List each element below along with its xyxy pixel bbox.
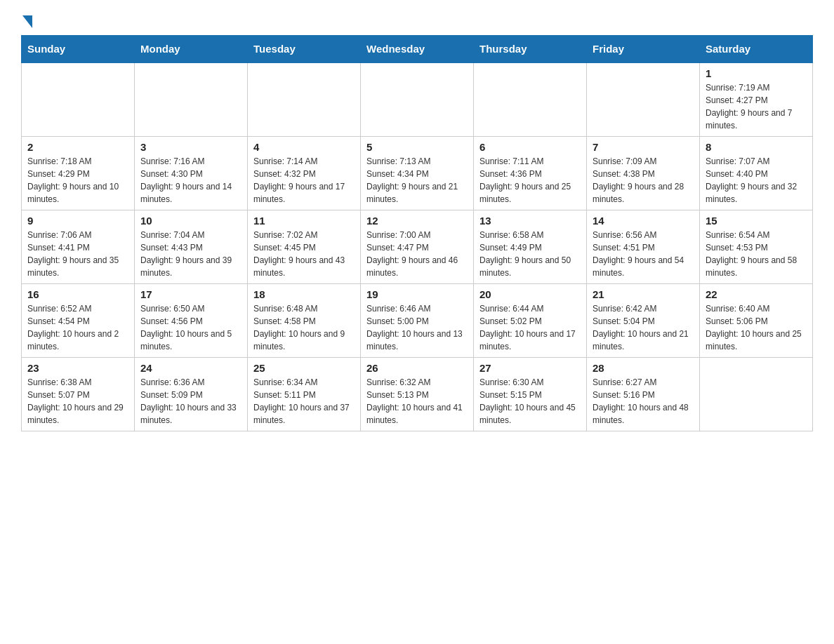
day-of-week-header: Monday: [135, 36, 248, 63]
day-number: 23: [27, 362, 128, 374]
day-number: 27: [479, 362, 581, 374]
calendar-week-row: 23Sunrise: 6:38 AMSunset: 5:07 PMDayligh…: [22, 358, 813, 431]
calendar-day-cell: [587, 62, 700, 137]
day-number: 22: [706, 288, 807, 300]
day-info: Sunrise: 7:16 AMSunset: 4:30 PMDaylight:…: [140, 155, 241, 206]
day-info: Sunrise: 6:27 AMSunset: 5:16 PMDaylight:…: [593, 376, 694, 427]
day-number: 16: [27, 288, 128, 300]
calendar-day-cell: 5Sunrise: 7:13 AMSunset: 4:34 PMDaylight…: [361, 137, 474, 210]
calendar-day-cell: 8Sunrise: 7:07 AMSunset: 4:40 PMDaylight…: [700, 137, 813, 210]
calendar-day-cell: 11Sunrise: 7:02 AMSunset: 4:45 PMDayligh…: [248, 210, 361, 284]
logo-triangle-icon: [22, 15, 32, 28]
page-header: [21, 14, 813, 28]
day-info: Sunrise: 7:18 AMSunset: 4:29 PMDaylight:…: [27, 155, 128, 206]
day-number: 19: [366, 288, 468, 300]
calendar-day-cell: 4Sunrise: 7:14 AMSunset: 4:32 PMDaylight…: [248, 137, 361, 210]
day-info: Sunrise: 6:52 AMSunset: 4:54 PMDaylight:…: [27, 302, 128, 353]
day-number: 4: [253, 141, 355, 153]
day-info: Sunrise: 6:54 AMSunset: 4:53 PMDaylight:…: [706, 229, 807, 279]
day-number: 8: [706, 141, 807, 153]
day-number: 5: [366, 141, 468, 153]
day-info: Sunrise: 7:06 AMSunset: 4:41 PMDaylight:…: [27, 229, 128, 279]
day-number: 7: [593, 141, 694, 153]
day-of-week-header: Friday: [587, 36, 700, 63]
day-of-week-header: Saturday: [700, 36, 813, 63]
calendar-week-row: 1Sunrise: 7:19 AMSunset: 4:27 PMDaylight…: [22, 62, 813, 137]
day-info: Sunrise: 6:50 AMSunset: 4:56 PMDaylight:…: [140, 302, 241, 353]
calendar-day-cell: [474, 62, 587, 137]
calendar-day-cell: [361, 62, 474, 137]
day-info: Sunrise: 7:04 AMSunset: 4:43 PMDaylight:…: [140, 229, 241, 279]
calendar-day-cell: 16Sunrise: 6:52 AMSunset: 4:54 PMDayligh…: [22, 284, 135, 358]
day-info: Sunrise: 7:13 AMSunset: 4:34 PMDaylight:…: [366, 155, 468, 206]
calendar-body: 1Sunrise: 7:19 AMSunset: 4:27 PMDaylight…: [22, 62, 813, 431]
calendar-day-cell: 3Sunrise: 7:16 AMSunset: 4:30 PMDaylight…: [135, 137, 248, 210]
day-number: 9: [27, 215, 128, 227]
calendar-day-cell: 12Sunrise: 7:00 AMSunset: 4:47 PMDayligh…: [361, 210, 474, 284]
day-number: 12: [366, 215, 468, 227]
calendar-day-cell: 22Sunrise: 6:40 AMSunset: 5:06 PMDayligh…: [700, 284, 813, 358]
calendar-day-cell: 10Sunrise: 7:04 AMSunset: 4:43 PMDayligh…: [135, 210, 248, 284]
calendar-day-cell: 17Sunrise: 6:50 AMSunset: 4:56 PMDayligh…: [135, 284, 248, 358]
day-number: 17: [140, 288, 241, 300]
day-number: 1: [706, 67, 807, 79]
calendar-day-cell: 14Sunrise: 6:56 AMSunset: 4:51 PMDayligh…: [587, 210, 700, 284]
day-number: 21: [593, 288, 694, 300]
calendar-day-cell: [135, 62, 248, 137]
calendar-day-cell: 18Sunrise: 6:48 AMSunset: 4:58 PMDayligh…: [248, 284, 361, 358]
days-of-week-row: SundayMondayTuesdayWednesdayThursdayFrid…: [22, 36, 813, 63]
day-info: Sunrise: 7:19 AMSunset: 4:27 PMDaylight:…: [706, 81, 807, 132]
day-info: Sunrise: 6:44 AMSunset: 5:02 PMDaylight:…: [479, 302, 581, 353]
calendar-day-cell: 26Sunrise: 6:32 AMSunset: 5:13 PMDayligh…: [361, 358, 474, 431]
day-info: Sunrise: 7:02 AMSunset: 4:45 PMDaylight:…: [253, 229, 355, 279]
day-number: 10: [140, 215, 241, 227]
day-number: 18: [253, 288, 355, 300]
day-info: Sunrise: 6:30 AMSunset: 5:15 PMDaylight:…: [479, 376, 581, 427]
day-number: 14: [593, 215, 694, 227]
calendar-day-cell: [22, 62, 135, 137]
day-of-week-header: Thursday: [474, 36, 587, 63]
day-info: Sunrise: 6:42 AMSunset: 5:04 PMDaylight:…: [593, 302, 694, 353]
day-number: 11: [253, 215, 355, 227]
calendar-week-row: 16Sunrise: 6:52 AMSunset: 4:54 PMDayligh…: [22, 284, 813, 358]
calendar-day-cell: 7Sunrise: 7:09 AMSunset: 4:38 PMDaylight…: [587, 137, 700, 210]
logo: [21, 14, 32, 28]
calendar-day-cell: 15Sunrise: 6:54 AMSunset: 4:53 PMDayligh…: [700, 210, 813, 284]
calendar-day-cell: 27Sunrise: 6:30 AMSunset: 5:15 PMDayligh…: [474, 358, 587, 431]
day-number: 6: [479, 141, 581, 153]
calendar-day-cell: 24Sunrise: 6:36 AMSunset: 5:09 PMDayligh…: [135, 358, 248, 431]
calendar-day-cell: 19Sunrise: 6:46 AMSunset: 5:00 PMDayligh…: [361, 284, 474, 358]
calendar-day-cell: 25Sunrise: 6:34 AMSunset: 5:11 PMDayligh…: [248, 358, 361, 431]
calendar-day-cell: 1Sunrise: 7:19 AMSunset: 4:27 PMDaylight…: [700, 62, 813, 137]
calendar-day-cell: 23Sunrise: 6:38 AMSunset: 5:07 PMDayligh…: [22, 358, 135, 431]
day-of-week-header: Tuesday: [248, 36, 361, 63]
calendar-week-row: 9Sunrise: 7:06 AMSunset: 4:41 PMDaylight…: [22, 210, 813, 284]
day-number: 20: [479, 288, 581, 300]
calendar-day-cell: 9Sunrise: 7:06 AMSunset: 4:41 PMDaylight…: [22, 210, 135, 284]
calendar-table: SundayMondayTuesdayWednesdayThursdayFrid…: [21, 35, 813, 431]
calendar-day-cell: 13Sunrise: 6:58 AMSunset: 4:49 PMDayligh…: [474, 210, 587, 284]
day-info: Sunrise: 7:09 AMSunset: 4:38 PMDaylight:…: [593, 155, 694, 206]
day-number: 24: [140, 362, 241, 374]
day-number: 25: [253, 362, 355, 374]
calendar-day-cell: 20Sunrise: 6:44 AMSunset: 5:02 PMDayligh…: [474, 284, 587, 358]
calendar-day-cell: 2Sunrise: 7:18 AMSunset: 4:29 PMDaylight…: [22, 137, 135, 210]
calendar-day-cell: [248, 62, 361, 137]
day-info: Sunrise: 6:46 AMSunset: 5:00 PMDaylight:…: [366, 302, 468, 353]
day-info: Sunrise: 6:58 AMSunset: 4:49 PMDaylight:…: [479, 229, 581, 279]
day-info: Sunrise: 6:38 AMSunset: 5:07 PMDaylight:…: [27, 376, 128, 427]
calendar-day-cell: 21Sunrise: 6:42 AMSunset: 5:04 PMDayligh…: [587, 284, 700, 358]
day-number: 2: [27, 141, 128, 153]
day-info: Sunrise: 6:34 AMSunset: 5:11 PMDaylight:…: [253, 376, 355, 427]
day-info: Sunrise: 7:07 AMSunset: 4:40 PMDaylight:…: [706, 155, 807, 206]
day-number: 15: [706, 215, 807, 227]
day-number: 28: [593, 362, 694, 374]
day-info: Sunrise: 7:11 AMSunset: 4:36 PMDaylight:…: [479, 155, 581, 206]
day-number: 3: [140, 141, 241, 153]
day-info: Sunrise: 7:14 AMSunset: 4:32 PMDaylight:…: [253, 155, 355, 206]
day-number: 26: [366, 362, 468, 374]
day-info: Sunrise: 6:48 AMSunset: 4:58 PMDaylight:…: [253, 302, 355, 353]
day-info: Sunrise: 6:40 AMSunset: 5:06 PMDaylight:…: [706, 302, 807, 353]
day-info: Sunrise: 6:56 AMSunset: 4:51 PMDaylight:…: [593, 229, 694, 279]
calendar-day-cell: [700, 358, 813, 431]
